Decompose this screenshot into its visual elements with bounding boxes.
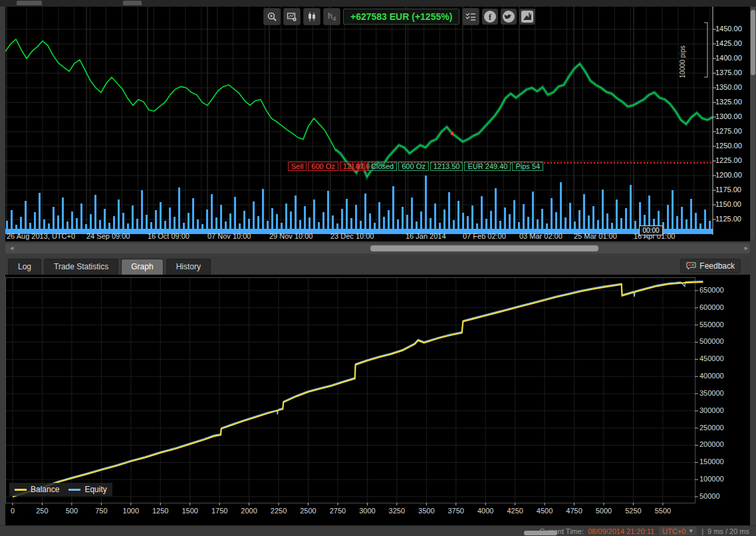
volume-bar [583, 194, 585, 229]
price-tick-label: 1275.00 [715, 127, 752, 135]
price-tick-label: 1125.00 [715, 215, 752, 223]
volume-bar [648, 196, 650, 229]
volume-bar [699, 223, 701, 229]
volume-bar [80, 203, 82, 229]
volume-bar [25, 201, 27, 229]
volume-bar [94, 195, 96, 229]
volume-bar [634, 221, 636, 229]
trade-count-tick-label: 3500 [412, 507, 441, 515]
equity-tick-label: 450000 [699, 354, 746, 362]
equity-label: Equity [84, 485, 106, 494]
share-button[interactable] [519, 9, 535, 25]
volume-bar [71, 211, 73, 229]
volume-bar [313, 200, 315, 229]
chart-settings-button[interactable] [283, 8, 301, 25]
volume-bar [6, 221, 8, 229]
volume-bar [402, 207, 404, 229]
feedback-button[interactable]: Feedback [680, 259, 741, 273]
volume-bar [322, 212, 324, 229]
tab-log[interactable]: Log [8, 259, 41, 275]
trade-count-tick-label: 2500 [294, 507, 323, 515]
price-tick-label: 1200.00 [715, 171, 752, 179]
volume-bar [155, 210, 157, 229]
trade-count-tick-label: 3000 [352, 507, 382, 515]
chevron-down-icon: ▼ [688, 528, 693, 534]
trade-marker [451, 132, 453, 135]
date-tick-label: 16 Jan 2014 [406, 232, 446, 240]
volume-bar [43, 219, 45, 229]
volume-bar [578, 210, 580, 229]
volume-bar [551, 198, 553, 229]
trade-label-cell: EUR 249.40 [464, 162, 511, 171]
volume-bar [476, 223, 478, 229]
volume-bar [504, 207, 506, 229]
price-tick-label: 1450.00 [715, 25, 752, 33]
scroll-left-arrow[interactable]: ◄ [9, 245, 15, 252]
tab-graph[interactable]: Graph [121, 259, 163, 275]
trade-count-tick-label: 3750 [441, 507, 471, 515]
volume-bar [267, 221, 269, 229]
tab-trade-statistics[interactable]: Trade Statistics [44, 259, 118, 275]
volume-bar [48, 223, 50, 229]
volume-bar [234, 197, 236, 229]
trade-count-tick-label: 4750 [560, 507, 589, 515]
volume-bar [104, 209, 106, 229]
volume-bar [248, 219, 250, 229]
trade-count-tick-label: 1250 [146, 507, 175, 515]
volume-bar [304, 206, 306, 229]
equity-tick-label: 250000 [699, 424, 746, 432]
status-scrollbar-thumb[interactable] [524, 531, 557, 535]
volume-bar [383, 217, 385, 229]
volume-bar [620, 218, 622, 229]
vertical-scrollbar-thumb[interactable] [751, 10, 755, 75]
date-tick-label: 07 Nov 10:00 [207, 232, 251, 240]
twitter-button[interactable] [501, 9, 517, 25]
volume-bar [569, 203, 571, 229]
window-remnant-tab-2 [123, 1, 142, 5]
chart-toolbar: h4 +627583 EUR (+1255%) f [263, 8, 535, 25]
volume-bar [122, 213, 124, 229]
facebook-button[interactable]: f [482, 9, 498, 25]
volume-bar [411, 198, 413, 229]
volume-bar [281, 223, 283, 229]
equity-graph-panel[interactable] [5, 275, 750, 525]
legend-balance: Balance [15, 485, 59, 494]
price-chart[interactable] [5, 7, 750, 241]
feedback-label: Feedback [699, 261, 735, 271]
volume-bar [132, 205, 134, 229]
candlesticks-icon [307, 11, 317, 22]
volume-bar [425, 176, 427, 229]
volume-bar [611, 223, 613, 229]
trade-count-tick-label: 5250 [618, 507, 648, 515]
equity-tick-label: 50000 [699, 492, 746, 500]
pips-scale-label: 10000 pips [679, 38, 725, 86]
time-cursor-box: 00:00 [639, 225, 663, 235]
volume-bar [11, 210, 13, 229]
volume-bar [630, 185, 632, 229]
volume-bar [457, 201, 459, 229]
zoom-in-button[interactable] [263, 8, 281, 25]
tab-history[interactable]: History [166, 259, 211, 275]
facebook-icon: f [483, 10, 497, 23]
scroll-right-arrow[interactable]: ► [743, 245, 749, 252]
volume-bar [108, 223, 110, 229]
equity-tick-label: 500000 [699, 337, 746, 345]
candlesticks-button[interactable] [303, 8, 320, 25]
trade-label-cell: Closed [368, 162, 397, 171]
volume-bar [290, 211, 292, 229]
volume-bar [681, 207, 683, 229]
volume-bar [150, 222, 152, 229]
timezone-dropdown[interactable]: UTC+0 ▼ [658, 526, 697, 536]
volume-bar [532, 192, 534, 229]
timeframe-button[interactable]: h4 [323, 8, 340, 25]
trade-count-tick-label: 3250 [382, 507, 412, 515]
horizontal-scrollbar-thumb[interactable] [370, 245, 598, 251]
volume-bar [309, 217, 311, 229]
checklist-button[interactable] [462, 8, 479, 25]
trade-closed-label[interactable]: Closed600 Oz1213.50EUR 249.40Pips 54 [368, 162, 543, 171]
volume-bar [704, 209, 706, 229]
trade-count-tick-label: 1000 [116, 507, 146, 515]
volume-bar [39, 193, 41, 229]
volume-bar [332, 215, 334, 229]
volume-bar [99, 220, 101, 229]
